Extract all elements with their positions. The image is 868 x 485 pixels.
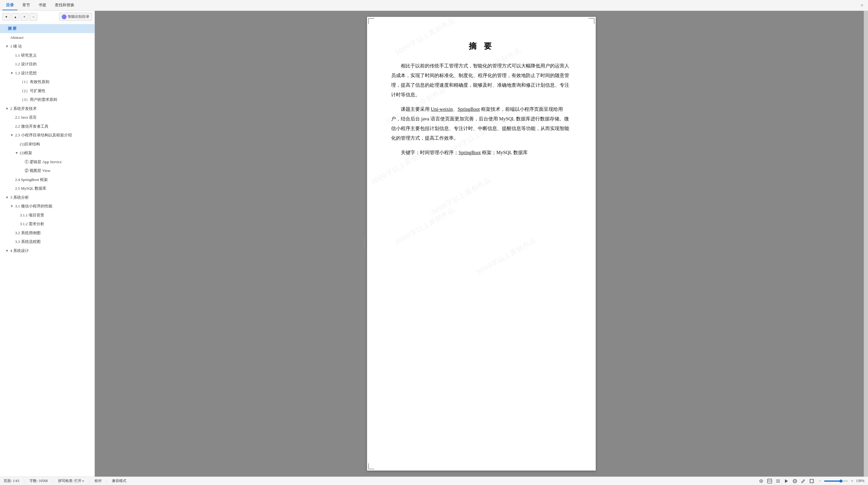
toc-toggle[interactable]: ▾ <box>6 248 10 254</box>
toc-item[interactable]: ▾2.3 小程序目录结构以及框架介绍 <box>0 131 94 140</box>
layout-icon[interactable] <box>767 478 772 484</box>
toc-item[interactable]: 3.3 系统流程图 <box>0 237 94 246</box>
remove-btn[interactable]: − <box>30 13 37 21</box>
zoom-out-btn[interactable]: − <box>817 478 823 484</box>
toc-item[interactable]: Abstract <box>0 33 94 42</box>
word-count: 字数: 10568 <box>30 478 48 484</box>
zoom-level: 130% <box>856 479 864 483</box>
toc-item[interactable]: ① 逻辑层 App Service <box>0 158 94 167</box>
toc-item-label: 3.1.2 需求分析 <box>20 222 44 226</box>
spellcheck-status[interactable]: 拼写检查: 打开 ▾ <box>58 478 84 484</box>
toc-item-label: 2.3 小程序目录结构以及框架介绍 <box>15 133 72 137</box>
paragraph-1: 相比于以前的传统手工管理方式，智能化的管理方式可以大幅降低用户的运营人员成本，实… <box>391 61 571 99</box>
toc-item[interactable]: 2.1 Java 语言 <box>0 113 94 122</box>
toc-item[interactable]: (1)目录结构 <box>0 140 94 149</box>
close-button[interactable]: × <box>858 2 866 9</box>
toc-item-label: 1.3 设计思想 <box>15 71 37 75</box>
toc-item[interactable]: ▾4 系统设计 <box>0 246 94 255</box>
scroll-up-btn[interactable]: ▴ <box>11 13 19 21</box>
toc-item[interactable]: ▾3.1 微信小程序的性能 <box>0 202 94 211</box>
toc-item[interactable]: ▾3 系统分析 <box>0 193 94 202</box>
tab-bar: 目录 章节 书签 查找和替换 × <box>0 0 868 11</box>
toc-item-label: 2.5 MySQL 数据库 <box>15 186 46 191</box>
toc-item-label: 3.1 微信小程序的性能 <box>15 204 52 208</box>
add-btn[interactable]: + <box>21 13 28 21</box>
tab-zhangj[interactable]: 章节 <box>19 1 34 10</box>
toc-item[interactable]: （1）有效性原则 <box>0 77 94 86</box>
document-area: 3000字以上原创作品 3000字以上原创作品 3000字以上原创作品 3000… <box>95 11 868 477</box>
toc-item[interactable]: 摘 要 <box>0 24 94 33</box>
spellcheck-dropdown-arrow: ▾ <box>83 480 84 483</box>
para2-mid1: 、 <box>453 107 458 112</box>
tab-mulu[interactable]: 目录 <box>2 1 18 10</box>
toc-item-label: (2)框架 <box>20 150 32 155</box>
compat-mode: 兼容模式 <box>112 478 126 484</box>
scroll-down-btn[interactable]: ▾ <box>2 13 10 21</box>
view-icon[interactable] <box>758 478 764 484</box>
toc-toggle[interactable]: ▾ <box>6 106 10 112</box>
toc-item[interactable]: 2.4 SpringBoot 框架 <box>0 175 94 184</box>
toc-item-label: 3 系统分析 <box>10 195 29 200</box>
edit-icon[interactable] <box>801 478 806 484</box>
list-icon[interactable] <box>775 478 781 484</box>
toc-item[interactable]: ② 视图层 View <box>0 166 94 175</box>
globe-icon[interactable] <box>792 478 798 484</box>
toc-toggle[interactable]: ▾ <box>6 44 10 49</box>
ai-icon <box>62 15 66 19</box>
toc-item[interactable]: 3.1.1 项目背景 <box>0 211 94 220</box>
toc-toggle[interactable]: ▾ <box>11 70 15 76</box>
status-right: − + 130% <box>758 478 864 484</box>
toc-item-label: （1）有效性原则 <box>20 80 49 84</box>
tab-shuqian[interactable]: 书签 <box>35 1 50 10</box>
toc-toggle[interactable]: ▾ <box>11 132 15 138</box>
toc-item-label: 3.1.1 项目背景 <box>20 213 44 217</box>
toc-item-label: （2）可扩展性 <box>20 88 45 93</box>
toc-item-label: 2 系统开发技术 <box>10 106 37 111</box>
toc-toggle[interactable]: ▾ <box>11 203 15 209</box>
toc-item[interactable]: 1.1 研究意义 <box>0 51 94 60</box>
corner-handle-bl <box>368 463 374 469</box>
zoom-slider[interactable] <box>824 481 848 482</box>
scroll-indicator[interactable] <box>864 11 868 477</box>
zoom-in-btn[interactable]: + <box>849 478 855 484</box>
corner-handle-tr <box>589 18 594 24</box>
tab-chazhaotihuan[interactable]: 查找和替换 <box>51 1 78 10</box>
para2-link1: Uni-weixin <box>431 107 453 112</box>
toc-item[interactable]: 1.2 设计目的 <box>0 60 94 69</box>
toc-item-label: Abstract <box>10 35 24 40</box>
toc-item-label: ② 视图层 View <box>25 168 51 173</box>
toc-item-label: 3.3 系统流程图 <box>15 239 41 244</box>
play-icon[interactable] <box>784 478 789 484</box>
drag-handle[interactable] <box>364 239 365 249</box>
svg-line-12 <box>804 479 805 480</box>
toc-item[interactable]: 2.2 微信开发者工具 <box>0 122 94 131</box>
toc-item[interactable]: 3.2 系统用例图 <box>0 228 94 237</box>
document-scroll[interactable]: 3000字以上原创作品 3000字以上原创作品 3000字以上原创作品 3000… <box>95 11 868 477</box>
svg-rect-2 <box>768 479 772 483</box>
toc-toggle[interactable]: ▾ <box>6 195 10 200</box>
toc-item[interactable]: 3.1.2 需求分析 <box>0 220 94 228</box>
toc-item[interactable]: ▾2 系统开发技术 <box>0 104 94 113</box>
svg-marker-8 <box>785 479 788 483</box>
paragraph-2: 课题主要采用 Uni-weixin、SpringBoot 框架技术，前端以小程序… <box>391 105 571 143</box>
ai-recognize-btn[interactable]: 智能识别目录 <box>59 12 92 21</box>
fit-icon[interactable] <box>809 478 814 484</box>
toc-item-label: 1 绪 论 <box>10 44 22 49</box>
toc-item[interactable]: ▾1 绪 论 <box>0 42 94 51</box>
zoom-track <box>824 481 841 482</box>
toc-item-label: ① 逻辑层 App Service <box>25 160 62 164</box>
proofread-status: 校对 <box>94 478 102 484</box>
keywords-label: 关键字： <box>401 150 420 155</box>
toc-item[interactable]: （3）用户的需求原则 <box>0 95 94 104</box>
toc-item[interactable]: 2.5 MySQL 数据库 <box>0 184 94 193</box>
para2-link2: SpringBoot <box>458 107 480 112</box>
toc-item[interactable]: （2）可扩展性 <box>0 86 94 95</box>
watermark-7: 3000字以上原创作品 <box>394 205 457 247</box>
toc-list: 摘 要Abstract▾1 绪 论1.1 研究意义1.2 设计目的▾1.3 设计… <box>0 23 94 477</box>
toc-item[interactable]: ▾(2)框架 <box>0 148 94 158</box>
ai-btn-label: 智能识别目录 <box>68 14 89 19</box>
toc-item-label: 4 系统设计 <box>10 248 29 253</box>
toc-item[interactable]: ▾1.3 设计思想 <box>0 69 94 78</box>
toc-toggle[interactable]: ▾ <box>16 150 20 156</box>
corner-handle-tl <box>368 18 374 24</box>
